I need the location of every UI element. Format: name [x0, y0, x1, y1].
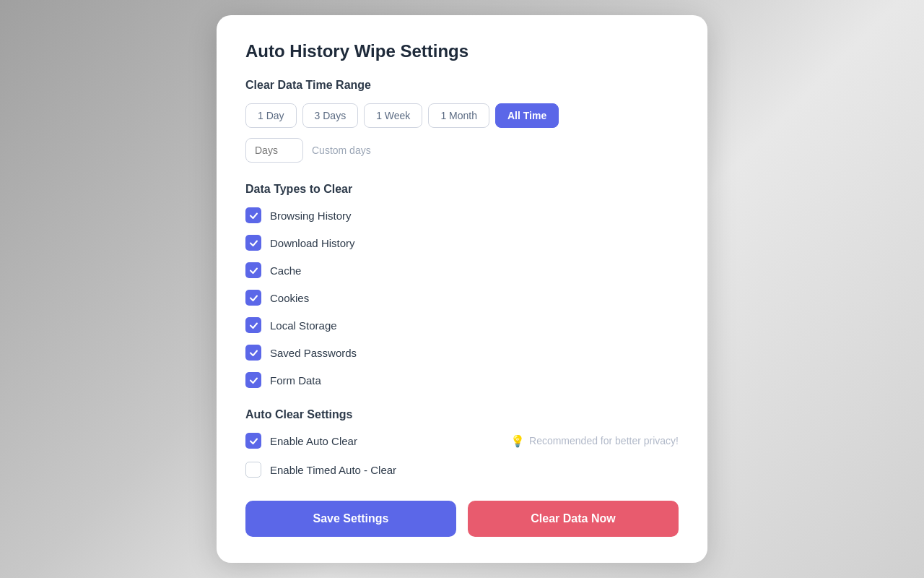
- clear-data-button[interactable]: Clear Data Now: [468, 501, 679, 537]
- settings-modal: Auto History Wipe Settings Clear Data Ti…: [217, 15, 707, 563]
- check-icon: [249, 436, 258, 446]
- recommendation-text: Recommended for better privacy!: [529, 435, 679, 447]
- checkbox-browsing-history: Browsing History: [245, 207, 679, 223]
- bulb-icon: 💡: [510, 434, 525, 448]
- enable-timed-row: Enable Timed Auto - Clear: [245, 462, 679, 478]
- time-btn-1day[interactable]: 1 Day: [245, 103, 297, 128]
- custom-days-input[interactable]: [245, 138, 303, 163]
- action-buttons-group: Save Settings Clear Data Now: [245, 501, 679, 537]
- checkbox-cache-input[interactable]: [245, 262, 261, 278]
- form-data-label: Form Data: [270, 374, 321, 387]
- local-storage-label: Local Storage: [270, 319, 337, 332]
- enable-timed-checkbox[interactable]: [245, 462, 261, 478]
- time-btn-alltime[interactable]: All Time: [495, 103, 559, 128]
- time-btn-1month[interactable]: 1 Month: [428, 103, 489, 128]
- checkbox-cookies: Cookies: [245, 290, 679, 306]
- check-icon: [249, 376, 258, 385]
- enable-auto-clear-label: Enable Auto Clear: [270, 435, 357, 447]
- cache-label: Cache: [270, 264, 301, 277]
- download-history-label: Download History: [270, 237, 355, 249]
- checkbox-cache: Cache: [245, 262, 679, 278]
- check-icon: [249, 321, 258, 330]
- checkbox-saved-passwords: Saved Passwords: [245, 345, 679, 361]
- time-btn-3days[interactable]: 3 Days: [302, 103, 359, 128]
- auto-clear-title: Auto Clear Settings: [245, 408, 679, 421]
- time-range-title: Clear Data Time Range: [245, 79, 679, 92]
- time-btn-1week[interactable]: 1 Week: [364, 103, 422, 128]
- checkbox-local-storage: Local Storage: [245, 317, 679, 333]
- auto-clear-section: Auto Clear Settings Enable Auto Clear 💡 …: [245, 408, 679, 478]
- checkbox-browsing-history-input[interactable]: [245, 207, 261, 223]
- recommendation-text-group: 💡 Recommended for better privacy!: [510, 434, 679, 448]
- checkbox-local-storage-input[interactable]: [245, 317, 261, 333]
- checkbox-saved-passwords-input[interactable]: [245, 345, 261, 361]
- check-icon: [249, 211, 258, 220]
- page-title: Auto History Wipe Settings: [245, 41, 679, 61]
- check-icon: [249, 348, 258, 358]
- custom-days-row: Custom days: [245, 138, 679, 163]
- time-range-section: Clear Data Time Range 1 Day 3 Days 1 Wee…: [245, 79, 679, 163]
- enable-auto-clear-left: Enable Auto Clear: [245, 433, 357, 449]
- time-buttons-group: 1 Day 3 Days 1 Week 1 Month All Time: [245, 103, 679, 128]
- custom-days-label: Custom days: [312, 144, 371, 156]
- checkbox-form-data-input[interactable]: [245, 372, 261, 388]
- data-types-title: Data Types to Clear: [245, 183, 679, 196]
- data-types-section: Data Types to Clear Browsing History Dow…: [245, 183, 679, 388]
- check-icon: [249, 266, 258, 275]
- enable-timed-label: Enable Timed Auto - Clear: [270, 464, 396, 476]
- check-icon: [249, 293, 258, 303]
- checkbox-download-history-input[interactable]: [245, 235, 261, 251]
- enable-auto-clear-row: Enable Auto Clear 💡 Recommended for bett…: [245, 433, 679, 449]
- checkbox-form-data: Form Data: [245, 372, 679, 388]
- save-settings-button[interactable]: Save Settings: [245, 501, 456, 537]
- browsing-history-label: Browsing History: [270, 210, 352, 222]
- saved-passwords-label: Saved Passwords: [270, 347, 357, 359]
- checkbox-download-history: Download History: [245, 235, 679, 251]
- cookies-label: Cookies: [270, 292, 309, 304]
- enable-auto-clear-checkbox[interactable]: [245, 433, 261, 449]
- checkbox-cookies-input[interactable]: [245, 290, 261, 306]
- check-icon: [249, 238, 258, 248]
